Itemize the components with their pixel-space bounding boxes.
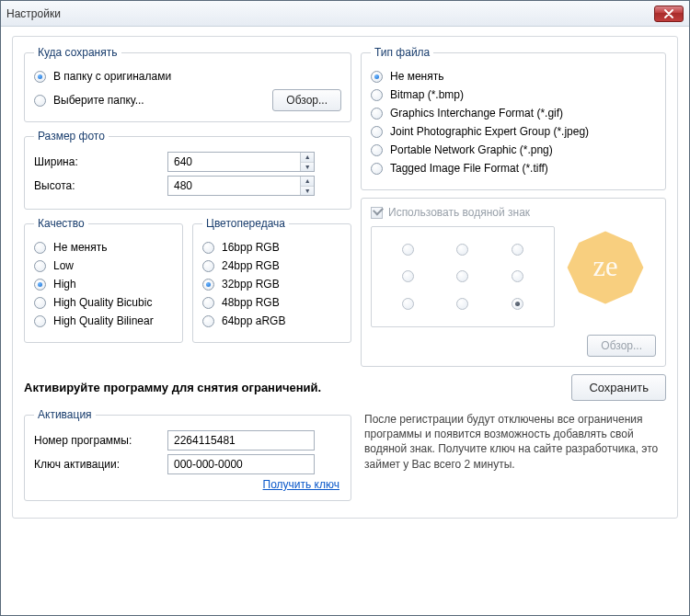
radio-filetype-tiff[interactable]: Tagged Image File Format (*.tiff) — [371, 162, 656, 175]
radio-filetype-jpeg[interactable]: Joint Photographic Expert Group (*.jpeg) — [371, 125, 656, 138]
radio-label: Tagged Image File Format (*.tiff) — [390, 162, 548, 175]
chevron-down-icon[interactable]: ▼ — [301, 163, 314, 172]
activation-group: Активация Номер программы: Ключ активаци… — [24, 408, 351, 501]
wm-pos-2 — [512, 244, 523, 256]
radio-label: Bitmap (*.bmp) — [390, 88, 464, 101]
radio-label: Выберите папку... — [53, 94, 144, 107]
filetype-legend: Тип файла — [371, 46, 433, 59]
checkbox-icon — [371, 207, 383, 219]
watermark-checkbox: Использовать водяной знак — [371, 206, 656, 219]
save-button[interactable]: Сохранить — [571, 374, 666, 401]
close-button[interactable] — [654, 6, 684, 22]
radio-save-choose[interactable]: Выберите папку... — [34, 94, 144, 107]
window-title: Настройки — [6, 7, 61, 20]
wm-pos-5 — [512, 270, 523, 282]
radio-color-32[interactable]: 32bpp RGB — [202, 278, 341, 291]
radio-filetype-bmp[interactable]: Bitmap (*.bmp) — [371, 88, 656, 101]
radio-color-48[interactable]: 48bpp RGB — [202, 296, 341, 309]
browse-folder-button[interactable]: Обзор... — [272, 89, 341, 111]
width-input[interactable] — [168, 153, 300, 171]
quality-group: Качество Не менять Low High High Quality… — [24, 217, 183, 343]
quality-legend: Качество — [34, 217, 88, 230]
key-label: Ключ активации: — [34, 458, 158, 471]
radio-label: 64bpp aRGB — [222, 314, 285, 327]
radio-filetype-keep[interactable]: Не менять — [371, 70, 656, 83]
svg-text:ze: ze — [592, 251, 617, 282]
titlebar: Настройки — [1, 1, 689, 27]
radio-filetype-gif[interactable]: Graphics Interchange Format (*.gif) — [371, 107, 656, 120]
width-spinner[interactable]: ▲▼ — [167, 152, 315, 172]
activation-legend: Активация — [34, 408, 96, 421]
main-panel: Куда сохранять В папку с оригиналами Выб… — [12, 36, 678, 519]
radio-quality-hqbic[interactable]: High Quality Bicubic — [34, 296, 173, 309]
height-label: Высота: — [34, 179, 158, 192]
spinner-arrows[interactable]: ▲▼ — [300, 153, 314, 171]
watermark-group: Использовать водяной знак — [361, 198, 666, 367]
filetype-group: Тип файла Не менять Bitmap (*.bmp) Graph… — [361, 46, 666, 190]
chevron-up-icon[interactable]: ▲ — [301, 153, 314, 163]
save-to-group: Куда сохранять В папку с оригиналами Выб… — [24, 46, 351, 122]
radio-quality-hqbil[interactable]: High Quality Bilinear — [34, 314, 173, 327]
radio-filetype-png[interactable]: Portable Network Graphic (*.png) — [371, 143, 656, 156]
wm-pos-7 — [456, 298, 468, 310]
client-area: Куда сохранять В папку с оригиналами Выб… — [1, 27, 689, 615]
program-no-input[interactable] — [167, 430, 315, 451]
wm-pos-8 — [512, 298, 523, 310]
radio-label: High — [53, 278, 76, 291]
radio-label: 24bpp RGB — [222, 259, 280, 272]
radio-quality-high[interactable]: High — [34, 278, 173, 291]
spinner-arrows[interactable]: ▲▼ — [300, 177, 314, 195]
get-key-link[interactable]: Получить ключ — [263, 478, 339, 491]
radio-save-originals[interactable]: В папку с оригиналами — [34, 70, 341, 83]
radio-label: 48bpp RGB — [222, 296, 280, 309]
radio-label: Graphics Interchange Format (*.gif) — [390, 107, 563, 120]
height-spinner[interactable]: ▲▼ — [167, 176, 315, 196]
radio-label: Portable Network Graphic (*.png) — [390, 143, 553, 156]
wm-pos-4 — [456, 270, 468, 282]
close-icon — [664, 9, 673, 18]
height-input[interactable] — [168, 177, 300, 195]
save-to-legend: Куда сохранять — [34, 46, 121, 59]
activate-prompt: Активируйте программу для снятия огранич… — [24, 381, 321, 394]
wm-pos-0 — [402, 244, 414, 256]
key-input[interactable] — [167, 454, 315, 474]
watermark-label: Использовать водяной знак — [388, 206, 530, 219]
size-group: Размер фото Ширина: ▲▼ Высота: — [24, 130, 351, 210]
radio-label: 16bpp RGB — [222, 241, 280, 254]
radio-label: В папку с оригиналами — [53, 70, 171, 83]
color-legend: Цветопередача — [202, 217, 289, 230]
radio-label: 32bpp RGB — [222, 278, 280, 291]
program-no-label: Номер программы: — [34, 434, 158, 447]
watermark-position-grid — [371, 226, 555, 327]
radio-quality-low[interactable]: Low — [34, 259, 173, 272]
radio-color-24[interactable]: 24bpp RGB — [202, 259, 341, 272]
wm-pos-6 — [402, 298, 414, 310]
radio-label: High Quality Bilinear — [53, 314, 154, 327]
wm-pos-1 — [456, 244, 468, 256]
chevron-up-icon[interactable]: ▲ — [301, 177, 314, 187]
radio-label: Joint Photographic Expert Group (*.jpeg) — [390, 125, 589, 138]
size-legend: Размер фото — [34, 130, 109, 143]
color-group: Цветопередача 16bpp RGB 24bpp RGB 32bpp … — [192, 217, 351, 343]
width-label: Ширина: — [34, 155, 158, 168]
radio-label: Не менять — [53, 241, 107, 254]
radio-color-16[interactable]: 16bpp RGB — [202, 241, 341, 254]
watermark-browse-button: Обзор... — [587, 335, 656, 357]
settings-window: Настройки Куда сохранять В папку с ориги… — [0, 0, 690, 616]
radio-label: Не менять — [390, 70, 443, 83]
radio-label: Low — [53, 259, 74, 272]
radio-label: High Quality Bicubic — [53, 296, 152, 309]
activation-info: После регистрации будут отключены все ог… — [364, 408, 666, 472]
radio-color-64[interactable]: 64bpp aRGB — [202, 314, 341, 327]
wm-pos-3 — [402, 270, 414, 282]
logo-icon: ze — [564, 226, 647, 309]
chevron-down-icon[interactable]: ▼ — [301, 187, 314, 196]
radio-quality-keep[interactable]: Не менять — [34, 241, 173, 254]
